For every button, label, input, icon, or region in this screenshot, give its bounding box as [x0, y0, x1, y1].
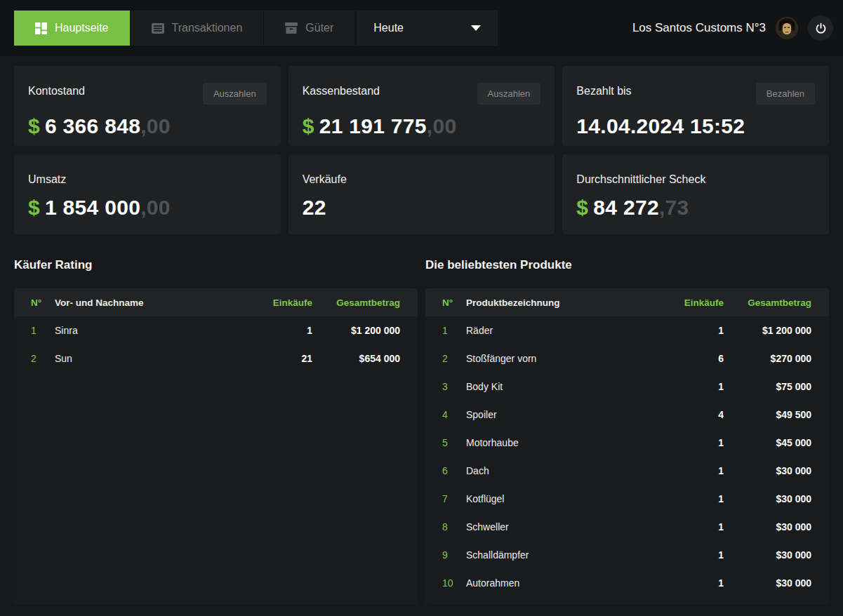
table-cell: 2	[425, 353, 466, 364]
stat-card-title: Kassenbestand	[303, 83, 380, 98]
table-cell: Body Kit	[466, 381, 646, 392]
table-cell: 1	[646, 465, 724, 476]
table-cell: $1 200 000	[724, 325, 829, 336]
col-header-total: Gesamtbetrag	[312, 297, 418, 308]
table-cell: $30 000	[724, 521, 829, 533]
stat-card-title: Durchschnittlicher Scheck	[576, 171, 705, 186]
popular-products-table: N° Produktbezeichnung Einkäufe Gesamtbet…	[425, 288, 829, 605]
tab-hauptseite[interactable]: Hauptseite	[14, 11, 130, 46]
table-row: 8Schweller1$30 000	[425, 513, 829, 541]
stat-card-title: Bezahlt bis	[576, 83, 631, 98]
table-cell: 1	[646, 437, 724, 448]
currency-sign: $	[28, 196, 40, 219]
dashboard-icon	[35, 22, 47, 34]
stat-card-value: 22	[303, 196, 541, 220]
col-header-purchases: Einkäufe	[235, 297, 312, 308]
stat-card-title: Kontostand	[28, 83, 85, 98]
table-row: 9Schalldämpfer1$30 000	[425, 541, 829, 569]
buyers-rating-title: Käufer Rating	[14, 258, 418, 272]
table-row: 1Räder1$1 200 000	[425, 316, 829, 344]
table-cell: 1	[235, 325, 312, 336]
stat-card-value: $21 191 775,00	[303, 114, 541, 138]
table-cell: 4	[646, 409, 724, 420]
stat-card-value: $1 854 000,00	[28, 196, 267, 220]
table-cell: Sinra	[55, 325, 235, 336]
top-bar: Hauptseite Transaktionen Gü	[0, 0, 843, 56]
col-header-product: Produktbezeichnung	[466, 297, 646, 308]
table-cell: 5	[425, 437, 466, 448]
period-dropdown[interactable]: Heute	[356, 11, 498, 46]
popular-products-block: Die beliebtesten Produkte N° Produktbeze…	[425, 258, 829, 605]
topbar-right: Los Santos Customs N°3	[632, 15, 833, 41]
table-cell: 10	[425, 577, 466, 589]
table-body: 1Sinra1$1 200 0002Sun21$654 000	[14, 316, 418, 373]
col-header-total: Gesamtbetrag	[724, 297, 829, 308]
table-cell: Dach	[466, 465, 646, 476]
tab-transaktionen[interactable]: Transaktionen	[130, 11, 264, 46]
table-cell: $1 200 000	[312, 325, 418, 336]
table-cell: $270 000	[724, 353, 829, 364]
popular-products-title: Die beliebtesten Produkte	[425, 258, 829, 272]
table-cell: 6	[646, 353, 724, 364]
table-row: 10Autorahmen1$30 000	[425, 569, 829, 597]
table-row: 2Sun21$654 000	[14, 344, 418, 373]
power-button[interactable]	[808, 15, 833, 41]
stat-card-value: 14.04.2024 15:52	[576, 114, 815, 138]
table-row: 3Body Kit1$75 000	[425, 373, 829, 401]
table-row: 4Spoiler4$49 500	[425, 401, 829, 429]
table-cell: Spoiler	[466, 409, 646, 420]
table-cell: 21	[235, 353, 312, 364]
buyers-rating-table: N° Vor- und Nachname Einkäufe Gesamtbetr…	[14, 288, 418, 605]
nav-tabs: Hauptseite Transaktionen Gü	[14, 11, 354, 46]
auszahlen-button[interactable]: Auszahlen	[477, 83, 541, 105]
col-header-name: Vor- und Nachname	[55, 297, 235, 308]
table-cell: 3	[425, 381, 466, 392]
stat-card-title: Umsatz	[28, 171, 66, 186]
auszahlen-button[interactable]: Auszahlen	[203, 83, 267, 105]
table-cell: 4	[425, 409, 466, 420]
table-cell: 1	[646, 549, 724, 561]
table-row: 5Motorhaube1$45 000	[425, 429, 829, 457]
table-cell: 1	[646, 381, 724, 392]
chevron-down-icon	[471, 25, 481, 31]
table-row: 1Sinra1$1 200 000	[14, 316, 418, 344]
stat-card-kassenbestand: Kassenbestand Auszahlen $21 191 775,00	[288, 66, 555, 146]
col-header-number: N°	[14, 297, 55, 308]
main-content: Kontostand Auszahlen $6 366 848,00 Kasse…	[0, 56, 843, 605]
table-header-row: N° Produktbezeichnung Einkäufe Gesamtbet…	[425, 288, 829, 316]
tab-label: Transaktionen	[172, 22, 243, 34]
stat-card-umsatz: Umsatz $1 854 000,00	[14, 154, 281, 234]
table-cell: 2	[14, 353, 55, 364]
stat-card-durchschnittlicher-scheck: Durchschnittlicher Scheck $84 272,73	[562, 154, 829, 234]
table-cell: 9	[425, 549, 466, 561]
table-cell: 8	[425, 521, 466, 533]
stat-card-value: $84 272,73	[576, 196, 815, 220]
table-cell: Schweller	[466, 521, 646, 533]
table-cell: 1	[646, 325, 724, 336]
list-icon	[152, 23, 164, 34]
table-cell: Schalldämpfer	[466, 549, 646, 561]
table-cell: Kotflügel	[466, 493, 646, 504]
table-cell: Räder	[466, 325, 646, 336]
power-icon	[814, 22, 828, 35]
table-cell: $75 000	[724, 381, 829, 392]
bezahlen-button[interactable]: Bezahlen	[756, 83, 815, 105]
table-header-row: N° Vor- und Nachname Einkäufe Gesamtbetr…	[14, 288, 418, 316]
col-header-purchases: Einkäufe	[646, 297, 724, 308]
tab-gueter[interactable]: Güter	[263, 11, 354, 46]
currency-sign: $	[576, 196, 588, 219]
stat-card-title: Verkäufe	[303, 171, 347, 186]
table-cell: 6	[425, 465, 466, 476]
currency-sign: $	[303, 114, 314, 138]
table-cell: Sun	[55, 353, 235, 364]
period-dropdown-value: Heute	[373, 22, 404, 34]
table-cell: Stoßfänger vorn	[466, 353, 646, 364]
buyers-rating-block: Käufer Rating N° Vor- und Nachname Einkä…	[14, 258, 418, 605]
stat-card-verkaeufe: Verkäufe 22	[288, 154, 555, 234]
table-row: 7Kotflügel1$30 000	[425, 485, 829, 513]
account-name: Los Santos Customs N°3	[632, 21, 766, 35]
table-cell: $45 000	[724, 437, 829, 448]
box-icon	[285, 22, 298, 34]
avatar[interactable]	[776, 17, 798, 39]
table-cell: 1	[646, 493, 724, 504]
